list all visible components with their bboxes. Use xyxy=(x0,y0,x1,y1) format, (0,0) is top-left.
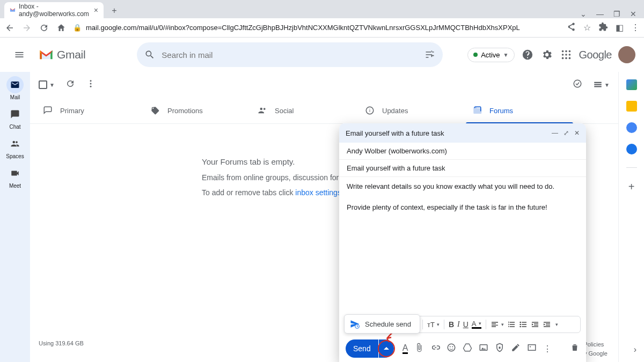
rail-mail[interactable]: Mail xyxy=(6,76,24,100)
browser-chrome: Inbox - andy@wolberworks.com × + ⌄ ― ❐ ✕… xyxy=(0,0,644,38)
search-input[interactable] xyxy=(162,50,418,60)
apps-icon[interactable] xyxy=(560,48,573,61)
compose-body[interactable]: Write relevant details so you know exact… xyxy=(339,177,586,316)
svg-point-1 xyxy=(565,50,567,53)
underline-button[interactable]: U xyxy=(463,320,469,329)
hide-side-panel-icon[interactable]: › xyxy=(634,345,636,354)
browser-menu-icon[interactable]: ⋮ xyxy=(631,23,640,33)
bulleted-list-button[interactable] xyxy=(519,320,528,329)
rail-chat[interactable]: Chat xyxy=(6,106,24,130)
svg-point-4 xyxy=(565,54,567,56)
gmail-logo[interactable]: Gmail xyxy=(39,48,85,61)
svg-point-3 xyxy=(561,54,564,56)
density-toggle[interactable]: ▼ xyxy=(593,80,610,90)
rail-spaces[interactable]: Spaces xyxy=(6,135,24,159)
insert-photo-icon[interactable] xyxy=(527,343,537,354)
nav-back-button[interactable] xyxy=(4,23,15,33)
chat-icon xyxy=(6,106,24,123)
address-bar[interactable]: 🔒 mail.google.com/mail/u/0/#inbox?compos… xyxy=(73,24,560,32)
left-rail: Mail Chat Spaces Meet xyxy=(0,72,30,362)
keep-app-icon[interactable] xyxy=(626,101,637,112)
mail-toolbar: ▼ ▼ xyxy=(30,72,618,98)
discard-draft-icon[interactable] xyxy=(570,343,580,354)
minimize-icon[interactable]: ― xyxy=(596,10,604,18)
formatting-toggle-icon[interactable]: A xyxy=(402,344,408,354)
select-all-checkbox[interactable]: ▼ xyxy=(39,80,55,89)
image-icon[interactable] xyxy=(479,343,488,354)
main-menu-button[interactable] xyxy=(9,44,30,65)
emoji-icon[interactable] xyxy=(447,343,456,354)
send-options-button[interactable] xyxy=(379,339,394,358)
inbox-settings-link[interactable]: inbox settings xyxy=(295,188,341,197)
support-icon[interactable] xyxy=(521,48,534,61)
add-app-button[interactable]: + xyxy=(628,181,635,193)
restore-icon[interactable]: ❐ xyxy=(613,10,620,18)
nav-forward-button xyxy=(21,23,32,33)
contacts-app-icon[interactable] xyxy=(626,144,637,154)
bookmark-icon[interactable]: ☆ xyxy=(583,23,591,33)
svg-point-8 xyxy=(568,57,570,60)
tab-updates[interactable]: iUpdates xyxy=(358,98,466,123)
send-button[interactable]: Send xyxy=(346,339,378,358)
svg-point-29 xyxy=(530,346,531,347)
tab-close-icon[interactable]: × xyxy=(94,6,98,14)
numbered-list-button[interactable] xyxy=(507,320,516,329)
rail-meet[interactable]: Meet xyxy=(6,165,24,189)
confidential-icon[interactable] xyxy=(495,343,504,354)
compose-minimize-icon[interactable]: ― xyxy=(552,129,558,137)
compose-to-field[interactable]: Andy Wolber (wolberworks.com) xyxy=(339,143,586,160)
search-options-icon[interactable] xyxy=(425,49,435,60)
compose-header[interactable]: Email yourself with a future task ― ⤢ ✕ xyxy=(339,123,586,143)
refresh-button[interactable] xyxy=(65,79,75,91)
rail-spaces-label: Spaces xyxy=(6,153,24,159)
sidepanel-icon[interactable]: ◧ xyxy=(616,23,624,33)
link-icon[interactable] xyxy=(430,343,440,354)
attach-icon[interactable] xyxy=(414,343,424,354)
avatar[interactable] xyxy=(618,46,635,63)
text-color-button[interactable]: A xyxy=(472,320,481,329)
bold-button[interactable]: B xyxy=(449,320,454,329)
tab-social[interactable]: Social xyxy=(251,98,358,123)
compose-close-icon[interactable]: ✕ xyxy=(574,129,580,137)
settings-icon[interactable] xyxy=(540,48,553,61)
tab-primary[interactable]: Primary xyxy=(36,98,144,123)
more-button[interactable] xyxy=(86,79,96,91)
indent-more-button[interactable] xyxy=(543,320,551,329)
align-button[interactable] xyxy=(491,320,504,329)
compose-fullscreen-icon[interactable]: ⤢ xyxy=(564,129,569,137)
more-send-icon[interactable]: ⋮ xyxy=(543,344,552,354)
window-close-icon[interactable]: ✕ xyxy=(630,10,636,18)
svg-point-15 xyxy=(260,108,263,110)
svg-rect-27 xyxy=(499,347,501,349)
share-icon[interactable] xyxy=(566,22,576,34)
more-formatting-button[interactable] xyxy=(554,322,558,327)
svg-point-13 xyxy=(90,86,91,87)
signature-icon[interactable] xyxy=(511,343,521,354)
gmail-header: Gmail Active ▼ Google xyxy=(0,38,644,72)
calendar-app-icon[interactable] xyxy=(626,79,637,90)
rail-mail-label: Mail xyxy=(10,94,20,100)
new-tab-button[interactable]: + xyxy=(107,3,122,18)
indent-less-button[interactable] xyxy=(531,320,539,329)
home-button[interactable] xyxy=(56,23,67,33)
extensions-icon[interactable] xyxy=(598,22,608,34)
chevron-down-icon[interactable]: ⌄ xyxy=(580,10,587,18)
schedule-send-icon xyxy=(350,319,360,329)
offline-icon[interactable] xyxy=(573,79,582,91)
svg-point-25 xyxy=(452,346,453,348)
search-bar[interactable] xyxy=(137,42,443,67)
tasks-app-icon[interactable] xyxy=(626,122,637,133)
font-size-icon[interactable]: тT xyxy=(427,321,440,329)
tab-promotions[interactable]: Promotions xyxy=(144,98,251,123)
schedule-send-menu-item[interactable]: Schedule send xyxy=(344,314,420,334)
tab-title: Inbox - andy@wolberworks.com xyxy=(19,3,91,18)
drive-icon[interactable] xyxy=(463,343,472,354)
tab-forums[interactable]: Forums xyxy=(466,98,573,123)
italic-button[interactable]: I xyxy=(457,320,460,329)
lock-icon: 🔒 xyxy=(73,24,82,32)
compose-subject-field[interactable]: Email yourself with a future task xyxy=(339,160,586,177)
status-chip[interactable]: Active ▼ xyxy=(467,48,514,62)
reload-button[interactable] xyxy=(39,23,49,33)
browser-tab[interactable]: Inbox - andy@wolberworks.com × xyxy=(4,2,104,18)
category-tabs: Primary Promotions Social iUpdates Forum… xyxy=(30,98,618,124)
